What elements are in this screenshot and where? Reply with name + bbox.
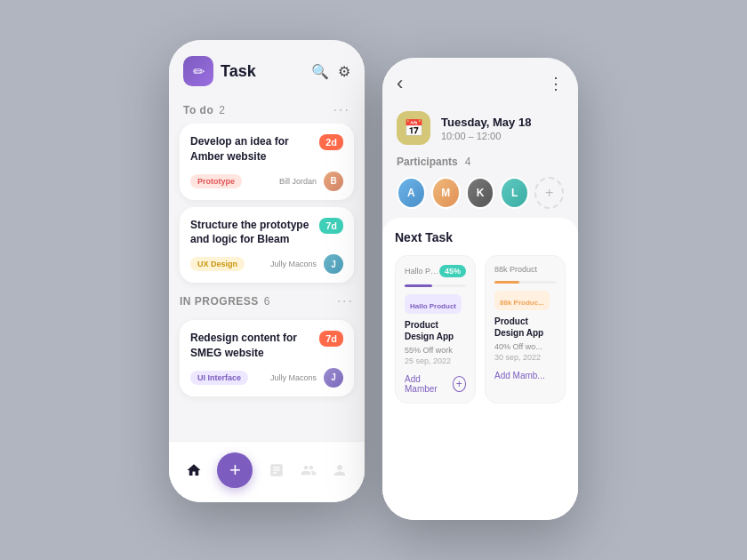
mini-card-name: 88k Product (494, 265, 537, 274)
todo-section-label: To do 2 ··· (169, 95, 365, 124)
nav-profile[interactable] (332, 462, 348, 478)
next-task-title: Next Task (395, 230, 566, 244)
nav-team[interactable] (301, 462, 317, 478)
mini-card-date: 30 sep, 2022 (494, 353, 556, 362)
participants-label: Participants (397, 156, 458, 168)
mini-task-card[interactable]: 88k Product 88k Produc... Product Design… (485, 255, 566, 404)
mini-card-subtitle: Product Design App (405, 319, 466, 342)
filter-icon[interactable]: ⚙ (338, 63, 350, 80)
right-header: ‹ ⋮ (382, 58, 578, 104)
mini-task-card[interactable]: Hallo Product 45% Hallo Product Product … (395, 255, 476, 404)
percent-badge: 45% (439, 265, 466, 277)
avatars-row: A M K L + (397, 177, 564, 209)
event-info: 📅 Tuesday, May 18 10:00 – 12:00 (382, 104, 578, 156)
mini-card-name: Hallo Product (405, 267, 439, 276)
task-list: Develop an idea for Amber website 2d Pro… (169, 124, 365, 441)
left-phone: ✏ Task 🔍 ⚙ To do 2 ··· Develop an idea f… (169, 40, 365, 502)
task-title: Develop an idea for Amber website (190, 134, 319, 164)
task-cards-row: Hallo Product 45% Hallo Product Product … (395, 255, 566, 404)
participant-avatar: M (431, 177, 461, 209)
mini-card-subtitle: Product Design App (494, 316, 556, 339)
inprogress-count: 6 (264, 295, 270, 308)
bottom-nav: + (169, 441, 365, 502)
inprogress-section-label: IN PROGRESS 6 ··· (180, 290, 354, 313)
task-tag: UI Interface (190, 371, 248, 385)
avatar: J (324, 254, 343, 274)
participant-avatar: K (466, 177, 495, 209)
calendar-icon: 📅 (397, 111, 430, 145)
todo-menu[interactable]: ··· (333, 102, 350, 118)
nav-home[interactable] (186, 462, 202, 478)
back-button[interactable]: ‹ (397, 72, 403, 95)
task-title: Redesign content for SMEG website (190, 331, 319, 361)
task-tag: Prototype (190, 174, 242, 188)
task-days-badge: 7d (319, 331, 343, 347)
participant-avatar: A (397, 177, 426, 209)
task-card[interactable]: Structure the prototype and logic for Bl… (180, 207, 354, 284)
app-title: Task (221, 62, 304, 81)
search-icon[interactable]: 🔍 (311, 63, 329, 80)
app-header: ✏ Task 🔍 ⚙ (169, 40, 365, 95)
task-card[interactable]: Redesign content for SMEG website 7d UI … (180, 320, 354, 396)
inprogress-menu[interactable]: ··· (337, 293, 354, 309)
mini-card-detail: 55% Off work (405, 346, 466, 355)
right-phone: ‹ ⋮ 📅 Tuesday, May 18 10:00 – 12:00 Part… (382, 58, 578, 520)
card-tag: Hallo Product (410, 302, 456, 310)
more-button[interactable]: ⋮ (548, 74, 564, 93)
participants-count: 4 (465, 156, 471, 168)
task-tag: UX Design (190, 257, 245, 271)
participants-section: Participants 4 A M K L + (382, 156, 578, 218)
header-icons: 🔍 ⚙ (311, 63, 350, 80)
add-member-icon: + (453, 376, 466, 392)
task-days-badge: 7d (319, 218, 343, 234)
task-title: Structure the prototype and logic for Bl… (190, 218, 319, 248)
add-member-button[interactable]: Add Mamber + (405, 374, 466, 394)
add-member-label: Add Mamber (405, 374, 447, 394)
next-task-section: Next Task Hallo Product 45% Hallo Produc… (382, 218, 578, 520)
task-card[interactable]: Develop an idea for Amber website 2d Pro… (180, 124, 354, 200)
app-icon: ✏ (183, 56, 213, 86)
nav-add-button[interactable]: + (217, 452, 253, 488)
participant-avatar: L (500, 177, 529, 209)
mini-card-date: 25 sep, 2022 (405, 356, 466, 365)
avatar: B (324, 172, 343, 191)
event-time: 10:00 – 12:00 (441, 131, 531, 141)
inprogress-label: IN PROGRESS (180, 295, 259, 308)
card-tag: 88k Produc... (500, 299, 544, 307)
add-member-button[interactable]: Add Mamb... (494, 371, 556, 380)
task-assignee: Jully Macons (270, 373, 317, 382)
todo-count: 2 (219, 104, 225, 116)
add-participant-button[interactable]: + (534, 177, 564, 209)
event-date: Tuesday, May 18 (441, 116, 531, 129)
task-assignee: Bill Jordan (279, 177, 317, 186)
add-member-label: Add Mamb... (494, 371, 545, 380)
todo-label: To do (183, 104, 213, 116)
mini-card-detail: 40% Off wo... (494, 342, 556, 351)
avatar: J (324, 368, 343, 388)
task-days-badge: 2d (319, 134, 343, 150)
task-assignee: Jully Macons (270, 260, 317, 268)
nav-tasks[interactable] (269, 462, 285, 478)
